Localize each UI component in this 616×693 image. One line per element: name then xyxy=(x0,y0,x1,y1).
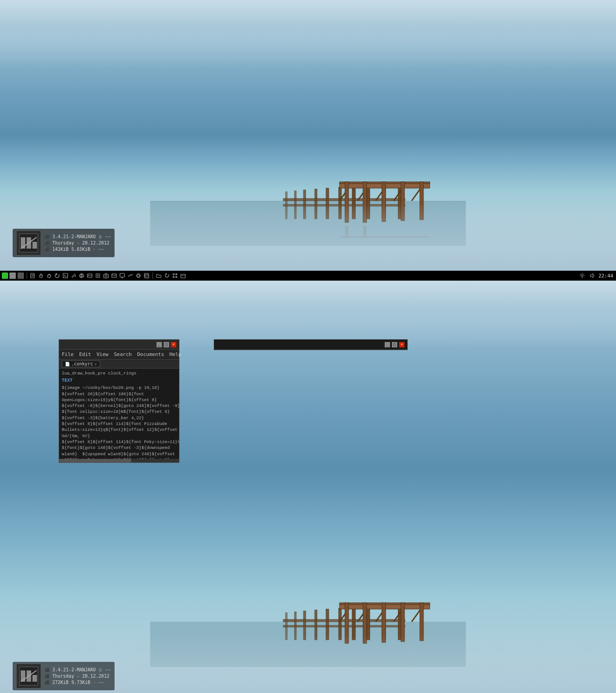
terminal-window: _ □ × xyxy=(214,339,408,350)
net-icon-bottom: ⬛ xyxy=(45,680,50,685)
network-taskbar-icon[interactable] xyxy=(579,272,586,279)
editor-close-btn[interactable]: × xyxy=(171,342,176,347)
svg-rect-68 xyxy=(173,276,175,278)
volume-taskbar-icon[interactable] xyxy=(588,272,596,279)
menu-file[interactable]: File xyxy=(62,351,74,357)
menu-search[interactable]: Search xyxy=(114,351,132,357)
editor-scrollbar-thumb[interactable] xyxy=(59,459,131,462)
date-top: Thursday - 20.12.2012 xyxy=(52,240,109,245)
wrench-taskbar-icon[interactable] xyxy=(70,272,77,279)
horizon-line-bottom xyxy=(0,471,616,471)
clock: 22:44 xyxy=(598,273,613,279)
editor-content-area[interactable]: lua_draw_hook_pre clock_rings TEXT ${ima… xyxy=(59,369,179,459)
code-line-3: ${voffset -8}${kernel}${goto 248}${voffs… xyxy=(62,403,176,409)
sky-clouds-top xyxy=(0,0,616,68)
svg-rect-37 xyxy=(40,275,42,277)
tab-close-btn[interactable]: ✕ xyxy=(94,362,97,366)
conky-info-top: ⬛ 3.4.21-2-MANJARO 🗑 ━━ ⬛ Thursday - 20.… xyxy=(45,234,111,252)
terminal-titlebar: _ □ × xyxy=(214,340,407,350)
conky-logo-bottom xyxy=(16,664,41,688)
taskbar: 22:44 xyxy=(0,271,616,281)
svg-rect-65 xyxy=(145,275,149,278)
svg-rect-70 xyxy=(181,274,185,278)
svg-rect-49 xyxy=(104,274,108,278)
box-center-icon[interactable] xyxy=(179,272,187,279)
terminal-close-btn[interactable]: × xyxy=(399,342,405,347)
conky-info-bottom: ⬛ 3.4.21-2-MANJARO 🗑 ━━ ⬛ Thursday - 20.… xyxy=(45,667,111,685)
svg-rect-145 xyxy=(32,675,37,682)
svg-rect-67 xyxy=(175,273,177,275)
terminal-maximize-btn[interactable]: □ xyxy=(392,342,397,347)
editor-minimize-btn[interactable]: _ xyxy=(156,342,162,347)
browser-taskbar-icon[interactable] xyxy=(78,272,85,279)
svg-rect-55 xyxy=(137,274,140,277)
horizon-line xyxy=(0,122,616,123)
monitor-taskbar-icon[interactable] xyxy=(119,272,126,279)
net-info-bottom: 272KiB 9.73KiB xyxy=(52,680,90,685)
editor-tab-conkyrc[interactable]: 📄 .conkyrc ✕ xyxy=(62,360,100,367)
menu-edit[interactable]: Edit xyxy=(79,351,92,357)
lock-taskbar-icon[interactable] xyxy=(37,272,45,279)
svg-line-19 xyxy=(412,188,421,201)
kernel-version-bottom: 3.4.21-2-MANJARO xyxy=(52,667,96,672)
image-taskbar-icon[interactable] xyxy=(86,272,93,279)
bar-top: ━━ xyxy=(105,235,111,239)
editor-window: _ □ × File Edit View Search Documents He… xyxy=(59,339,179,463)
conky-widget-top: ⬛ 3.4.21-2-MANJARO 🗑 ━━ ⬛ Thursday - 20.… xyxy=(13,229,115,257)
calendar-icon-bottom: ⬛ xyxy=(45,674,50,679)
workspace-1[interactable] xyxy=(9,273,16,279)
editor-menubar: File Edit View Search Documents Help xyxy=(59,350,179,360)
refresh-center-icon[interactable] xyxy=(163,272,170,279)
reload-taskbar-icon[interactable] xyxy=(54,272,61,279)
svg-marker-73 xyxy=(590,273,593,278)
terminal-minimize-btn[interactable]: _ xyxy=(385,342,390,347)
code-line-2: OpenLogos:size=19}y${font}${offset 8} xyxy=(62,397,176,403)
code-line-7: Bullets:size=13}q${font}${offset 12}${vo… xyxy=(62,427,176,433)
taskbar-separator-2 xyxy=(152,273,153,279)
svg-rect-31 xyxy=(32,242,37,249)
editor-text-label: TEXT xyxy=(62,378,176,384)
code-line-6: ${voffset 8}${offset 114}${font PizzaDud… xyxy=(62,421,176,427)
window-taskbar-icon[interactable] xyxy=(143,272,150,279)
sysmon-taskbar-icon[interactable] xyxy=(127,272,134,279)
terminal-taskbar-icon[interactable] xyxy=(62,272,69,279)
menu-view[interactable]: View xyxy=(97,351,109,357)
code-line-1: ${voffset 20}${offset 106}${font xyxy=(62,391,176,397)
net-icon-top: ⬛ xyxy=(45,247,50,252)
screenshot-taskbar-icon[interactable] xyxy=(94,272,101,279)
app-center-icon[interactable] xyxy=(171,272,179,279)
svg-rect-86 xyxy=(283,625,405,627)
svg-rect-48 xyxy=(97,275,99,277)
conky-widget-bottom: ⬛ 3.4.21-2-MANJARO 🗑 ━━ ⬛ Thursday - 20.… xyxy=(13,662,115,690)
desktop-active-indicator[interactable] xyxy=(2,273,8,279)
svg-rect-69 xyxy=(175,276,177,278)
svg-line-93 xyxy=(412,609,421,622)
power-taskbar-icon[interactable] xyxy=(46,272,53,279)
bar2-top: ━━ xyxy=(98,247,104,252)
sky-clouds-bottom-top xyxy=(0,281,616,348)
kernel-version-top: 3.4.21-2-MANJARO xyxy=(52,234,96,239)
menu-documents[interactable]: Documents xyxy=(137,351,164,357)
hdd-icon-bottom: 🗑 xyxy=(98,668,102,672)
svg-rect-85 xyxy=(283,619,405,622)
files-taskbar-icon[interactable] xyxy=(29,272,37,279)
tab-file-icon: 📄 xyxy=(65,362,70,366)
editor-scroll-line: lua_draw_hook_pre clock_rings xyxy=(62,370,176,376)
code-line-10: ${font}${goto 148}${voffset -3}${downspe… xyxy=(62,445,176,451)
code-line-4: ${font cellpic:size=18}N${font}${offset … xyxy=(62,409,176,415)
editor-maximize-btn[interactable]: □ xyxy=(164,342,169,347)
desktop-bottom: _ □ × File Edit View Search Documents He… xyxy=(0,281,616,693)
net-info-top: 141KiB 5.65KiB xyxy=(52,247,90,252)
workspace-2[interactable] xyxy=(18,273,24,279)
editor-tab-bar: 📄 .conkyrc ✕ xyxy=(59,360,179,369)
bar-bottom: ━━ xyxy=(105,668,111,672)
editor-titlebar: _ □ × xyxy=(59,340,179,350)
editor-scrollbar[interactable] xyxy=(59,459,179,462)
email-taskbar-icon[interactable] xyxy=(110,272,118,279)
menu-help[interactable]: Help xyxy=(170,351,182,357)
taskbar-right: 22:44 xyxy=(576,272,616,279)
folder-center-icon[interactable] xyxy=(155,272,162,279)
code-line-0: ${image ~/conky/box/bo20.png -p 10,18} xyxy=(62,385,176,391)
camera-taskbar-icon[interactable] xyxy=(102,272,110,279)
cpu-taskbar-icon[interactable] xyxy=(135,272,142,279)
